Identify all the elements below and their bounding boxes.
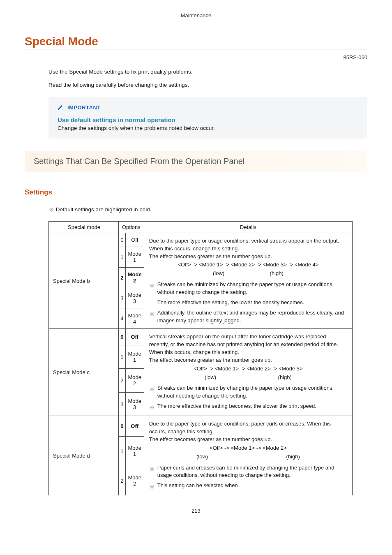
important-text: Change the settings only when the proble… bbox=[58, 125, 358, 131]
mode-b-low: (low) bbox=[213, 270, 224, 278]
mode-b-effect: The effect becomes greater as the number… bbox=[149, 253, 272, 259]
mode-d-name: Special Mode d bbox=[49, 416, 119, 495]
mode-d-opt0-label: Off bbox=[125, 416, 144, 436]
mode-b-opt4-num: 4 bbox=[119, 308, 126, 329]
mode-c-effect: The effect becomes greater as the number… bbox=[149, 357, 272, 363]
pencil-icon bbox=[58, 104, 64, 111]
document-id: 85RS-060 bbox=[25, 54, 367, 60]
mode-d-seq: <Off> -> <Mode 1> -> <Mode 2> bbox=[149, 444, 347, 452]
mode-b-opt2-num: 2 bbox=[119, 267, 126, 288]
mode-c-opt2-num: 2 bbox=[119, 369, 126, 393]
page-title: Special Mode bbox=[25, 35, 367, 49]
mode-d-low: (low) bbox=[196, 453, 208, 461]
breadcrumb: Maintenance bbox=[25, 12, 367, 18]
mode-b-note3: Additionally, the outline of text and im… bbox=[157, 309, 347, 325]
asterisk-icon: ※ bbox=[149, 310, 155, 325]
mode-c-opt3-num: 3 bbox=[119, 392, 126, 416]
mode-c-opt2-label: Mode 2 bbox=[125, 369, 144, 393]
mode-b-opt2-label: Mode 2 bbox=[125, 267, 144, 288]
mode-d-opt2-label: Mode 2 bbox=[125, 466, 144, 495]
important-label: IMPORTANT bbox=[67, 104, 101, 111]
page-number: 213 bbox=[25, 508, 367, 514]
mode-b-high: (high) bbox=[270, 270, 284, 278]
th-details: Details bbox=[144, 221, 352, 233]
mode-c-opt3-label: Mode 3 bbox=[125, 392, 144, 416]
mode-b-opt1-label: Mode 1 bbox=[125, 247, 144, 267]
intro-paragraph-1: Use the Special Mode settings to fix pri… bbox=[48, 68, 363, 76]
mode-c-opt0-label: Off bbox=[125, 329, 144, 345]
asterisk-icon: ※ bbox=[149, 465, 155, 480]
panel-heading: Settings That Can Be Specified From the … bbox=[34, 157, 358, 166]
important-callout: IMPORTANT Use default settings in normal… bbox=[48, 97, 367, 139]
mode-c-details: Vertical streaks appear on the output af… bbox=[144, 329, 352, 416]
mode-b-opt4-label: Mode 4 bbox=[125, 308, 144, 329]
asterisk-icon: ※ bbox=[48, 206, 54, 213]
asterisk-icon bbox=[149, 300, 155, 307]
mode-b-details: Due to the paper type or usage condition… bbox=[144, 233, 352, 328]
default-note-text: Default settings are highlighted in bold… bbox=[56, 206, 152, 213]
mode-b-note1: Streaks can be minimized by changing the… bbox=[157, 281, 347, 296]
mode-c-high: (high) bbox=[278, 374, 292, 382]
mode-d-high: (high) bbox=[286, 453, 300, 461]
intro-paragraph-2: Read the following carefully before chan… bbox=[48, 81, 363, 89]
mode-d-opt1-num: 1 bbox=[119, 436, 126, 466]
svg-point-0 bbox=[58, 109, 59, 109]
mode-b-opt0-num: 0 bbox=[119, 233, 126, 247]
mode-b-opt0-label: Off bbox=[125, 233, 144, 247]
mode-c-note2: The more effective the setting becomes, … bbox=[157, 402, 347, 412]
mode-c-lead: Vertical streaks appear on the output af… bbox=[149, 333, 338, 355]
mode-d-note1: Paper curls and creases can be minimized… bbox=[157, 464, 347, 480]
mode-b-opt3-label: Mode 3 bbox=[125, 288, 144, 308]
mode-b-seq: <Off> -> <Mode 1> -> <Mode 2> -> <Mode 3… bbox=[149, 261, 347, 269]
mode-c-opt1-num: 1 bbox=[119, 345, 126, 369]
mode-d-opt2-num: 2 bbox=[119, 466, 126, 495]
important-heading: Use default settings in normal operation bbox=[58, 116, 358, 123]
asterisk-icon: ※ bbox=[149, 385, 155, 400]
th-mode: Special mode bbox=[49, 221, 119, 233]
mode-d-note2: This setting can be selected when bbox=[157, 482, 347, 491]
asterisk-icon: ※ bbox=[149, 483, 155, 491]
mode-c-low: (low) bbox=[205, 374, 216, 382]
settings-heading: Settings bbox=[25, 188, 367, 197]
asterisk-icon: ※ bbox=[149, 403, 155, 412]
mode-c-name: Special Mode c bbox=[49, 329, 119, 416]
mode-d-lead: Due to the paper type or usage condition… bbox=[149, 421, 331, 435]
mode-d-effect: The effect becomes greater as the number… bbox=[149, 436, 272, 442]
mode-b-lead: Due to the paper type or usage condition… bbox=[149, 238, 339, 252]
settings-table: Special mode Options Details Special Mod… bbox=[48, 221, 353, 495]
mode-c-opt1-label: Mode 1 bbox=[125, 345, 144, 369]
mode-b-opt3-num: 3 bbox=[119, 288, 126, 308]
mode-d-opt0-num: 0 bbox=[119, 416, 126, 436]
mode-b-opt1-num: 1 bbox=[119, 247, 126, 267]
mode-c-note1: Streaks can be minimized by changing the… bbox=[157, 384, 347, 400]
mode-b-note2: The more effective the setting, the lowe… bbox=[157, 299, 347, 307]
mode-c-seq: <Off> -> <Mode 1> -> <Mode 2> -> <Mode 3… bbox=[149, 365, 347, 373]
default-note: ※ Default settings are highlighted in bo… bbox=[48, 206, 367, 213]
mode-d-details: Due to the paper type or usage condition… bbox=[144, 416, 352, 495]
mode-b-name: Special Mode b bbox=[49, 233, 119, 328]
mode-d-opt1-label: Mode 1 bbox=[125, 436, 144, 466]
th-options: Options bbox=[119, 221, 144, 233]
mode-c-opt0-num: 0 bbox=[119, 329, 126, 345]
asterisk-icon: ※ bbox=[149, 282, 155, 296]
